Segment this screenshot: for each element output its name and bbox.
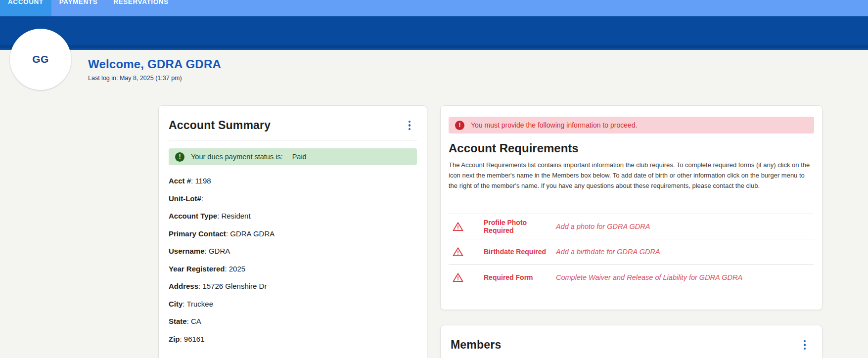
header-banner: [0, 16, 868, 50]
account-summary-header: Account Summary: [159, 106, 427, 132]
field-username: Username: GDRA: [169, 246, 417, 256]
field-unit-lot: Unit-Lot#:: [169, 194, 417, 203]
account-requirements-description: The Account Requirements list contains i…: [449, 160, 814, 191]
account-summary-menu-button[interactable]: [403, 119, 416, 132]
dues-status-text: Your dues payment status is:: [191, 153, 283, 161]
field-address: Address: 15726 Glenshire Dr: [169, 281, 417, 291]
warning-icon: [449, 247, 467, 257]
account-requirements-title: Account Requirements: [449, 141, 814, 155]
requirement-label: Required Form: [484, 273, 556, 281]
requirement-required-form: Required Form Complete Waiver and Releas…: [449, 265, 814, 290]
field-acct-number: Acct #: 1198: [169, 176, 417, 185]
members-header: Members: [441, 325, 822, 352]
account-requirements-card: ! You must provide the following informa…: [440, 105, 822, 310]
account-summary-divider: [169, 140, 417, 140]
requirements-table: Profile Photo Required Add a photo for G…: [449, 214, 814, 290]
kebab-icon: [409, 121, 411, 123]
requirement-birthdate: Birthdate Required Add a birthdate for G…: [449, 239, 814, 265]
warning-icon: [449, 222, 467, 231]
tab-account-label: ACCOUNT: [8, 0, 44, 6]
account-summary-title: Account Summary: [169, 119, 271, 132]
error-exclamation-icon: !: [455, 121, 464, 130]
page: ACCOUNT PAYMENTS RESERVATIONS GG Welcome…: [0, 0, 868, 358]
field-state: State: CA: [169, 316, 417, 326]
field-zip: Zip: 96161: [169, 334, 417, 344]
requirements-alert-text: You must provide the following informati…: [471, 121, 637, 129]
kebab-icon: [804, 340, 806, 343]
top-navigation: ACCOUNT PAYMENTS RESERVATIONS: [0, 0, 868, 16]
dues-status-banner: ! Your dues payment status is: Paid: [169, 148, 417, 165]
members-title: Members: [451, 338, 501, 352]
dues-status-value: Paid: [292, 153, 307, 161]
tab-payments[interactable]: PAYMENTS: [51, 0, 106, 16]
members-card: Members: [440, 325, 822, 358]
requirement-note: Complete Waiver and Release of Liability…: [556, 273, 814, 281]
welcome-heading: Welcome, GDRA GDRA: [88, 57, 221, 71]
tab-payments-label: PAYMENTS: [59, 0, 98, 6]
account-summary-card: Account Summary ! Your dues payment stat…: [158, 105, 427, 358]
success-exclamation-icon: !: [175, 152, 184, 162]
last-login-text: Last log in: May 8, 2025 (1:37 pm): [88, 75, 221, 82]
requirement-label: Birthdate Required: [484, 248, 556, 256]
field-account-type: Account Type: Resident: [169, 211, 417, 221]
requirement-label: Profile Photo Required: [484, 219, 556, 234]
field-city: City: Truckee: [169, 299, 417, 309]
requirement-note: Add a photo for GDRA GDRA: [556, 223, 814, 230]
welcome-block: Welcome, GDRA GDRA Last log in: May 8, 2…: [88, 57, 221, 82]
warning-icon: [449, 272, 467, 282]
field-primary-contact: Primary Contact: GDRA GDRA: [169, 229, 417, 238]
members-menu-button[interactable]: [798, 339, 811, 352]
avatar-initials: GG: [32, 53, 49, 65]
requirement-profile-photo: Profile Photo Required Add a photo for G…: [449, 214, 814, 239]
requirements-alert-banner: ! You must provide the following informa…: [449, 117, 814, 134]
field-year-registered: Year Registered: 2025: [169, 264, 417, 273]
tab-reservations-label: RESERVATIONS: [113, 0, 168, 6]
tab-account[interactable]: ACCOUNT: [0, 0, 51, 16]
account-summary-fields: Acct #: 1198 Unit-Lot#: Account Type: Re…: [169, 176, 417, 344]
avatar: GG: [10, 29, 71, 90]
tab-reservations[interactable]: RESERVATIONS: [105, 0, 176, 16]
requirement-note: Add a birthdate for GDRA GDRA: [556, 248, 814, 256]
